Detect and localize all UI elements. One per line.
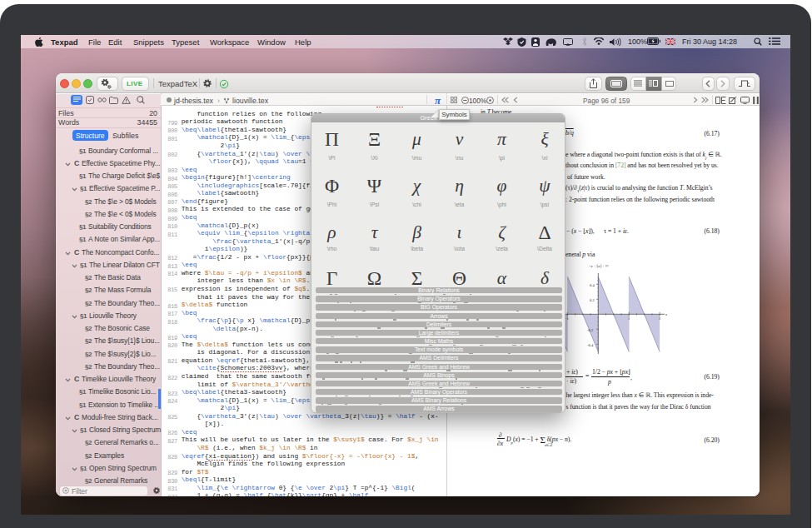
svg-text:-1: -1 <box>565 316 570 321</box>
svg-text:1: 1 <box>628 316 630 321</box>
svg-text:x: x <box>665 312 667 316</box>
svg-text:2: 2 <box>659 316 661 321</box>
svg-text:-0.4: -0.4 <box>587 343 594 347</box>
svg-text:-0.2: -0.2 <box>587 328 594 332</box>
svg-text:0.4: 0.4 <box>590 283 595 287</box>
svg-text:0.2: 0.2 <box>590 298 595 302</box>
